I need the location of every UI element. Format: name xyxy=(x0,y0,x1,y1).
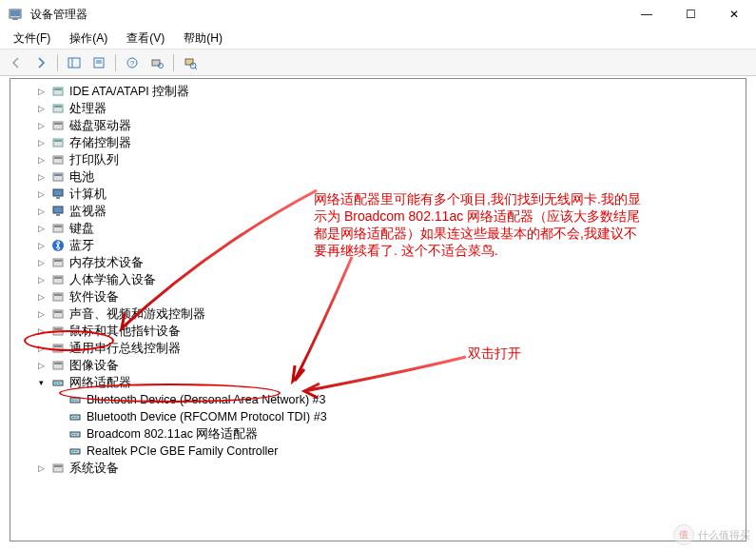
svg-rect-56 xyxy=(75,417,77,418)
show-hide-tree-button[interactable] xyxy=(64,52,85,73)
close-button[interactable]: ✕ xyxy=(712,0,756,29)
minimize-button[interactable]: — xyxy=(625,0,669,29)
properties-button[interactable] xyxy=(88,52,109,73)
device-tree-container[interactable]: ▷ IDE ATA/ATAPI 控制器 ▷ 处理器 ▷ 磁盘驱动器 ▷ 存储控制… xyxy=(10,78,746,541)
svg-rect-47 xyxy=(54,363,62,364)
tree-node-network-adapters[interactable]: ▾ 网络适配器 xyxy=(10,374,746,391)
tree-node-storage[interactable]: ▷ 存储控制器 xyxy=(10,134,746,151)
network-adapter-item[interactable]: Bluetooth Device (Personal Area Network)… xyxy=(28,391,746,408)
expander-icon[interactable]: ▷ xyxy=(33,289,48,305)
tree-node-label: 内存技术设备 xyxy=(69,255,144,271)
tree-node-label: 磁盘驱动器 xyxy=(69,118,131,134)
svg-rect-2 xyxy=(12,18,18,20)
expander-icon[interactable]: ▷ xyxy=(33,306,48,322)
usb-icon xyxy=(50,341,66,356)
tree-node-system-devices[interactable]: ▷ 系统设备 xyxy=(10,460,746,477)
svg-rect-41 xyxy=(54,311,62,313)
tree-node-disk[interactable]: ▷ 磁盘驱动器 xyxy=(10,117,746,134)
svg-rect-43 xyxy=(54,328,62,330)
tree-node-usb[interactable]: ▷ 通用串行总线控制器 xyxy=(10,340,746,357)
svg-rect-27 xyxy=(53,189,63,196)
adapter-label: Realtek PCIe GBE Family Controller xyxy=(87,444,278,458)
svg-rect-58 xyxy=(72,434,74,435)
forward-button[interactable] xyxy=(30,52,51,73)
menu-help[interactable]: 帮助(H) xyxy=(176,29,230,49)
memory-icon xyxy=(50,255,66,270)
svg-rect-45 xyxy=(54,345,62,347)
network-icon xyxy=(50,375,66,390)
svg-rect-50 xyxy=(58,383,60,384)
tree-node-keyboard[interactable]: ▷ 键盘 xyxy=(10,220,746,237)
tree-node-mouse[interactable]: ▷ 鼠标和其他指针设备 xyxy=(10,323,746,340)
expander-icon[interactable]: ▷ xyxy=(33,238,48,253)
back-button[interactable] xyxy=(6,52,27,73)
svg-rect-20 xyxy=(54,123,62,125)
software-icon xyxy=(50,289,66,305)
menu-file[interactable]: 文件(F) xyxy=(6,29,58,49)
svg-rect-35 xyxy=(54,260,62,262)
expander-icon[interactable]: ▷ xyxy=(33,341,48,356)
tree-node-label: 蓝牙 xyxy=(69,238,94,254)
expander-icon[interactable]: ▷ xyxy=(33,204,48,219)
expander-icon[interactable]: ▷ xyxy=(33,358,48,373)
scan-button[interactable] xyxy=(146,52,167,73)
toolbar: ? xyxy=(0,49,756,76)
cpu-icon xyxy=(50,101,66,116)
network-card-icon xyxy=(68,426,83,442)
svg-rect-1 xyxy=(10,10,20,16)
expander-icon[interactable]: ▷ xyxy=(33,152,48,167)
adapter-label: Broadcom 802.11ac 网络适配器 xyxy=(87,426,258,443)
tree-node-hid[interactable]: ▷ 人体学输入设备 xyxy=(10,271,746,288)
svg-rect-32 xyxy=(54,226,62,227)
ide-icon xyxy=(50,84,66,99)
expander-icon[interactable]: ▷ xyxy=(33,187,48,202)
menu-action[interactable]: 操作(A) xyxy=(62,29,115,49)
svg-rect-52 xyxy=(72,400,74,401)
expander-icon[interactable]: ▷ xyxy=(33,101,48,116)
help-button[interactable]: ? xyxy=(122,52,143,73)
svg-rect-26 xyxy=(54,174,62,176)
tree-node-battery[interactable]: ▷ 电池 xyxy=(10,168,746,186)
adapter-label: Bluetooth Device (Personal Area Network)… xyxy=(87,393,326,406)
network-adapter-item[interactable]: Broadcom 802.11ac 网络适配器 xyxy=(28,425,746,443)
tree-node-computer[interactable]: ▷ 计算机 xyxy=(10,186,746,203)
window-controls: — ☐ ✕ xyxy=(625,0,756,29)
tree-node-label: 通用串行总线控制器 xyxy=(69,341,181,357)
svg-rect-39 xyxy=(54,294,62,296)
svg-rect-49 xyxy=(55,383,57,384)
tree-node-ide[interactable]: ▷ IDE ATA/ATAPI 控制器 xyxy=(10,83,746,100)
tree-node-software[interactable]: ▷ 软件设备 xyxy=(10,288,746,305)
tree-node-cpu[interactable]: ▷ 处理器 xyxy=(10,100,746,117)
expander-icon[interactable]: ▷ xyxy=(33,135,48,150)
svg-rect-62 xyxy=(75,451,77,452)
svg-rect-3 xyxy=(68,58,80,68)
scan-hardware-button[interactable] xyxy=(180,52,201,73)
tree-node-monitor[interactable]: ▷ 监视器 xyxy=(10,203,746,220)
expander-icon[interactable]: ▷ xyxy=(33,118,48,133)
expander-icon[interactable]: ▷ xyxy=(33,221,48,236)
expander-icon[interactable]: ▾ xyxy=(33,375,48,390)
expander-icon[interactable]: ▷ xyxy=(33,272,48,287)
expander-icon[interactable]: ▷ xyxy=(33,255,48,270)
network-adapter-item[interactable]: Bluetooth Device (RFCOMM Protocol TDI) #… xyxy=(28,408,746,425)
tree-node-printer[interactable]: ▷ 打印队列 xyxy=(10,151,746,168)
tree-node-label: 计算机 xyxy=(69,187,107,203)
sound-icon xyxy=(50,306,66,322)
svg-rect-16 xyxy=(54,89,62,90)
expander-icon[interactable]: ▷ xyxy=(33,84,48,99)
tree-node-imaging[interactable]: ▷ 图像设备 xyxy=(10,357,746,374)
expander-icon[interactable]: ▷ xyxy=(33,461,48,476)
window-title: 设备管理器 xyxy=(30,7,625,23)
titlebar: 设备管理器 — ☐ ✕ xyxy=(0,0,756,29)
network-adapter-item[interactable]: Realtek PCIe GBE Family Controller xyxy=(28,443,746,460)
expander-icon[interactable]: ▷ xyxy=(33,169,48,185)
menu-view[interactable]: 查看(V) xyxy=(119,29,172,49)
svg-text:?: ? xyxy=(130,59,135,68)
menubar: 文件(F) 操作(A) 查看(V) 帮助(H) xyxy=(0,29,756,49)
tree-node-sound[interactable]: ▷ 声音、视频和游戏控制器 xyxy=(10,305,746,323)
maximize-button[interactable]: ☐ xyxy=(669,0,712,29)
tree-node-bluetooth[interactable]: ▷ 蓝牙 xyxy=(10,237,746,254)
expander-icon[interactable]: ▷ xyxy=(33,324,48,339)
app-icon xyxy=(8,7,23,22)
tree-node-memory[interactable]: ▷ 内存技术设备 xyxy=(10,254,746,271)
